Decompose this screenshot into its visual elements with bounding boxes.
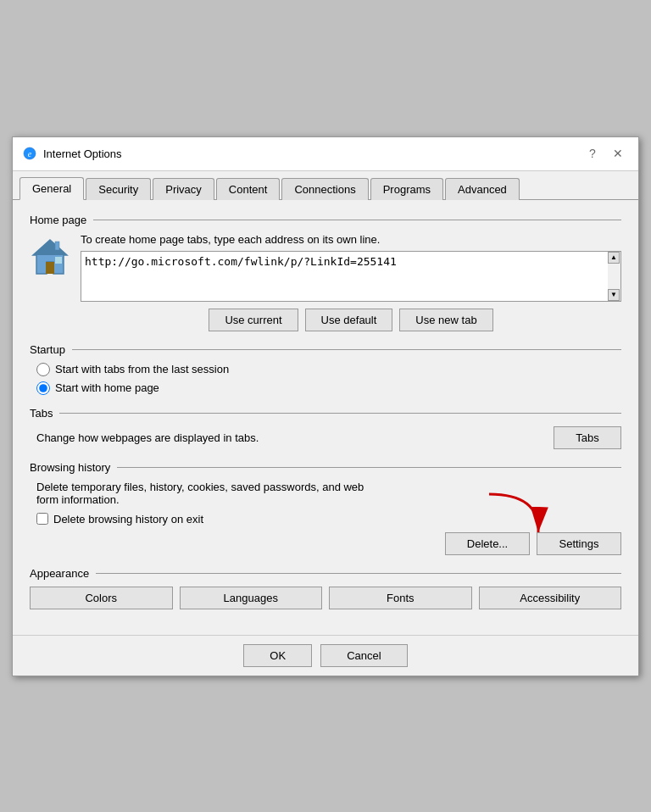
tabs-row: Change how webpages are displayed in tab… (30, 426, 621, 449)
cancel-button[interactable]: Cancel (320, 644, 407, 667)
startup-radio2[interactable] (36, 381, 50, 395)
tabs-button[interactable]: Tabs (554, 426, 621, 449)
startup-option2-label: Start with home page (55, 381, 159, 394)
red-arrow-indicator (481, 490, 548, 543)
svg-text:e: e (28, 149, 32, 159)
scroll-indicator: ▲ ▼ (608, 251, 621, 302)
title-bar: e Internet Options ? ✕ (13, 137, 638, 171)
use-new-tab-button[interactable]: Use new tab (399, 309, 492, 331)
use-current-button[interactable]: Use current (209, 309, 298, 331)
startup-header: Startup (30, 343, 621, 356)
tab-connections[interactable]: Connections (281, 178, 368, 200)
bottom-bar: OK Cancel (13, 635, 638, 676)
colors-button[interactable]: Colors (30, 587, 173, 609)
tab-security[interactable]: Security (86, 178, 151, 200)
tab-programs[interactable]: Programs (370, 178, 443, 200)
content-area: Home page To create home page tabs, type… (13, 200, 638, 635)
tab-content[interactable]: Content (216, 178, 281, 200)
homepage-divider (93, 220, 621, 220)
homepage-header: Home page (30, 214, 621, 226)
ok-button[interactable]: OK (243, 644, 312, 667)
textarea-wrapper: http://go.microsoft.com/fwlink/p/?LinkId… (81, 251, 621, 302)
svg-marker-3 (33, 240, 67, 255)
window-title: Internet Options (43, 147, 122, 160)
languages-button[interactable]: Languages (180, 587, 323, 609)
close-button[interactable]: ✕ (608, 143, 628, 164)
homepage-right: To create home page tabs, type each addr… (81, 233, 621, 331)
history-buttons: Delete... Settings (30, 532, 621, 555)
startup-radio-group: Start with tabs from the last session St… (30, 363, 621, 395)
title-bar-controls: ? ✕ (582, 143, 628, 164)
accessibility-button[interactable]: Accessibility (479, 587, 622, 609)
help-button[interactable]: ? (582, 143, 603, 164)
svg-rect-5 (55, 257, 62, 264)
scroll-down-btn[interactable]: ▼ (608, 289, 620, 301)
startup-option1[interactable]: Start with tabs from the last session (36, 363, 621, 376)
ie-icon: e (23, 147, 36, 160)
delete-history-label: Delete browsing history on exit (53, 513, 203, 526)
internet-options-dialog: e Internet Options ? ✕ General Security … (12, 136, 639, 676)
tabs-desc: Change how webpages are displayed in tab… (36, 431, 259, 444)
tab-bar: General Security Privacy Content Connect… (13, 171, 638, 200)
homepage-url-input[interactable]: http://go.microsoft.com/fwlink/p/?LinkId… (81, 251, 608, 302)
appearance-section: Appearance Colors Languages Fonts Access… (30, 567, 621, 609)
browsing-title: Browsing history (30, 461, 117, 474)
settings-button[interactable]: Settings (537, 532, 621, 555)
browsing-header: Browsing history (30, 461, 621, 474)
appearance-header: Appearance (30, 567, 621, 580)
tabs-title: Tabs (30, 407, 59, 420)
scroll-up-btn[interactable]: ▲ (608, 252, 620, 264)
browsing-history-section: Browsing history Delete temporary files,… (30, 461, 621, 555)
homepage-section: Home page To create home page tabs, type… (30, 214, 621, 331)
tabs-section: Tabs Change how webpages are displayed i… (30, 407, 621, 449)
tab-general[interactable]: General (19, 177, 84, 200)
startup-radio1[interactable] (36, 363, 50, 376)
tabs-divider (59, 413, 621, 414)
svg-rect-6 (55, 242, 59, 250)
homepage-desc: To create home page tabs, type each addr… (81, 233, 621, 246)
browsing-divider (117, 467, 621, 468)
homepage-inner: To create home page tabs, type each addr… (30, 233, 621, 331)
startup-title: Startup (30, 343, 72, 356)
tab-privacy[interactable]: Privacy (153, 178, 214, 200)
homepage-title: Home page (30, 214, 93, 226)
svg-rect-4 (46, 262, 54, 274)
house-icon (30, 236, 70, 277)
startup-option1-label: Start with tabs from the last session (55, 363, 229, 375)
tab-advanced[interactable]: Advanced (445, 178, 520, 200)
use-default-button[interactable]: Use default (305, 309, 393, 331)
tabs-header: Tabs (30, 407, 621, 420)
startup-divider (72, 349, 621, 350)
startup-section: Startup Start with tabs from the last se… (30, 343, 621, 395)
startup-option2[interactable]: Start with home page (36, 381, 621, 395)
delete-history-checkbox[interactable] (36, 513, 48, 525)
appearance-divider (96, 573, 621, 574)
appearance-buttons: Colors Languages Fonts Accessibility (30, 587, 621, 609)
appearance-title: Appearance (30, 567, 96, 580)
fonts-button[interactable]: Fonts (329, 587, 472, 609)
homepage-buttons: Use current Use default Use new tab (81, 309, 621, 331)
title-bar-left: e Internet Options (23, 147, 122, 160)
